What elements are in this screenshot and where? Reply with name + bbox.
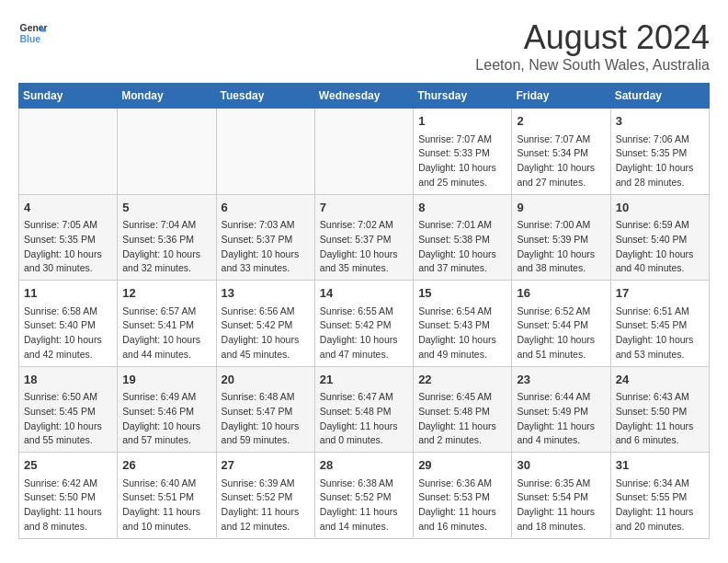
calendar-day-cell: 6Sunrise: 7:03 AMSunset: 5:37 PMDaylight… <box>216 194 314 281</box>
day-number: 20 <box>222 371 310 389</box>
day-content-line: Daylight: 11 hours <box>418 505 506 520</box>
day-number: 28 <box>320 456 408 475</box>
day-number: 13 <box>222 284 310 303</box>
day-content-line: and 6 minutes. <box>616 433 704 448</box>
day-number: 30 <box>517 456 605 475</box>
day-content-line: Sunrise: 6:36 AM <box>418 477 506 491</box>
calendar-day-cell: 3Sunrise: 7:06 AMSunset: 5:35 PMDaylight… <box>610 109 709 195</box>
weekday-header-cell: Friday <box>512 84 610 109</box>
day-content-line: Sunset: 5:52 PM <box>222 490 310 505</box>
day-content-line: Daylight: 10 hours <box>222 247 310 262</box>
calendar-day-cell: 14Sunrise: 6:55 AMSunset: 5:42 PMDayligh… <box>314 281 413 367</box>
day-content-line: Sunrise: 6:57 AM <box>122 304 210 319</box>
weekday-header-cell: Wednesday <box>314 84 413 109</box>
day-content-line: and 14 minutes. <box>320 520 408 534</box>
day-number: 26 <box>122 456 210 475</box>
calendar-day-cell: 19Sunrise: 6:49 AMSunset: 5:46 PMDayligh… <box>118 366 216 453</box>
day-content-line: and 8 minutes. <box>24 520 112 534</box>
day-content-line: and 10 minutes. <box>122 520 210 534</box>
day-content-line: Sunrise: 7:03 AM <box>222 218 310 233</box>
calendar-day-cell: 1Sunrise: 7:07 AMSunset: 5:33 PMDaylight… <box>414 109 512 195</box>
day-content-line: Sunrise: 6:43 AM <box>616 390 704 405</box>
day-content-line: Daylight: 10 hours <box>517 161 605 176</box>
calendar-day-cell: 31Sunrise: 6:34 AMSunset: 5:55 PMDayligh… <box>610 453 709 539</box>
day-content-line: Sunset: 5:40 PM <box>616 233 704 247</box>
day-content-line: Sunrise: 6:47 AM <box>320 390 408 405</box>
day-content-line: and 38 minutes. <box>517 261 605 276</box>
day-content-line: and 57 minutes. <box>122 433 210 448</box>
calendar-day-cell: 25Sunrise: 6:42 AMSunset: 5:50 PMDayligh… <box>19 453 118 539</box>
day-content-line: and 2 minutes. <box>418 433 506 448</box>
day-content-line: Sunrise: 6:42 AM <box>24 477 112 491</box>
day-content-line: and 33 minutes. <box>222 261 310 276</box>
day-number: 25 <box>24 456 112 475</box>
calendar-day-cell: 9Sunrise: 7:00 AMSunset: 5:39 PMDaylight… <box>512 194 610 281</box>
weekday-header-row: SundayMondayTuesdayWednesdayThursdayFrid… <box>19 84 710 109</box>
day-number: 12 <box>122 284 210 303</box>
calendar-day-cell: 22Sunrise: 6:45 AMSunset: 5:48 PMDayligh… <box>414 366 512 453</box>
day-number: 1 <box>418 112 506 131</box>
day-content-line: Sunrise: 7:06 AM <box>616 132 704 147</box>
day-content-line: Daylight: 11 hours <box>222 505 310 520</box>
day-content-line: and 42 minutes. <box>24 348 112 362</box>
page-header: General Blue August 2024 Leeton, New Sou… <box>18 18 710 74</box>
day-number: 27 <box>222 456 310 475</box>
calendar-day-cell: 4Sunrise: 7:05 AMSunset: 5:35 PMDaylight… <box>19 194 118 281</box>
day-content-line: Daylight: 11 hours <box>517 505 605 520</box>
day-content-line: Sunset: 5:53 PM <box>418 490 506 505</box>
day-content-line: Sunrise: 6:55 AM <box>320 304 408 319</box>
day-content-line: Sunset: 5:52 PM <box>320 490 408 505</box>
day-content-line: Daylight: 11 hours <box>320 419 408 434</box>
day-content-line: and 30 minutes. <box>24 261 112 276</box>
day-content-line: and 51 minutes. <box>517 348 605 362</box>
day-content-line: and 35 minutes. <box>320 261 408 276</box>
day-content-line: Sunset: 5:54 PM <box>517 490 605 505</box>
day-number: 22 <box>418 371 506 389</box>
day-content-line: and 44 minutes. <box>122 348 210 362</box>
calendar-week-row: 1Sunrise: 7:07 AMSunset: 5:33 PMDaylight… <box>19 109 710 195</box>
day-content-line: Daylight: 11 hours <box>616 505 704 520</box>
month-year-title: August 2024 <box>475 18 710 57</box>
day-number: 29 <box>418 456 506 475</box>
day-content-line: Daylight: 11 hours <box>24 505 112 520</box>
day-content-line: Sunset: 5:46 PM <box>122 405 210 419</box>
calendar-day-cell: 24Sunrise: 6:43 AMSunset: 5:50 PMDayligh… <box>610 366 709 453</box>
calendar-week-row: 18Sunrise: 6:50 AMSunset: 5:45 PMDayligh… <box>19 366 710 453</box>
day-content-line: Sunset: 5:39 PM <box>517 233 605 247</box>
day-number: 6 <box>222 199 310 217</box>
day-content-line: and 37 minutes. <box>418 261 506 276</box>
day-content-line: Sunrise: 6:35 AM <box>517 477 605 491</box>
day-content-line: Daylight: 11 hours <box>517 419 605 434</box>
day-number: 10 <box>616 199 704 217</box>
calendar-day-cell: 28Sunrise: 6:38 AMSunset: 5:52 PMDayligh… <box>314 453 413 539</box>
day-number: 16 <box>517 284 605 303</box>
day-content-line: Daylight: 10 hours <box>616 333 704 348</box>
day-content-line: Sunset: 5:55 PM <box>616 490 704 505</box>
day-content-line: Daylight: 10 hours <box>24 419 112 434</box>
day-content-line: Sunrise: 6:51 AM <box>616 304 704 319</box>
day-content-line: Sunrise: 7:05 AM <box>24 218 112 233</box>
calendar-day-cell: 21Sunrise: 6:47 AMSunset: 5:48 PMDayligh… <box>314 366 413 453</box>
day-content-line: Sunset: 5:35 PM <box>24 233 112 247</box>
day-content-line: Sunset: 5:38 PM <box>418 233 506 247</box>
calendar-day-cell: 23Sunrise: 6:44 AMSunset: 5:49 PMDayligh… <box>512 366 610 453</box>
day-content-line: Daylight: 10 hours <box>24 247 112 262</box>
calendar-day-cell: 5Sunrise: 7:04 AMSunset: 5:36 PMDaylight… <box>118 194 216 281</box>
day-content-line: Sunrise: 6:58 AM <box>24 304 112 319</box>
day-content-line: and 45 minutes. <box>222 348 310 362</box>
calendar-day-cell: 8Sunrise: 7:01 AMSunset: 5:38 PMDaylight… <box>414 194 512 281</box>
calendar-day-cell: 13Sunrise: 6:56 AMSunset: 5:42 PMDayligh… <box>216 281 314 367</box>
day-number: 8 <box>418 199 506 217</box>
day-content-line: Sunrise: 6:44 AM <box>517 390 605 405</box>
day-content-line: Daylight: 11 hours <box>320 505 408 520</box>
day-number: 31 <box>616 456 704 475</box>
day-content-line: Daylight: 10 hours <box>418 247 506 262</box>
day-number: 9 <box>517 199 605 217</box>
day-number: 15 <box>418 284 506 303</box>
day-content-line: Sunrise: 6:45 AM <box>418 390 506 405</box>
day-content-line: Daylight: 10 hours <box>418 333 506 348</box>
day-content-line: Sunset: 5:34 PM <box>517 146 605 161</box>
day-content-line: and 12 minutes. <box>222 520 310 534</box>
day-content-line: and 55 minutes. <box>24 433 112 448</box>
day-content-line: Daylight: 10 hours <box>222 333 310 348</box>
